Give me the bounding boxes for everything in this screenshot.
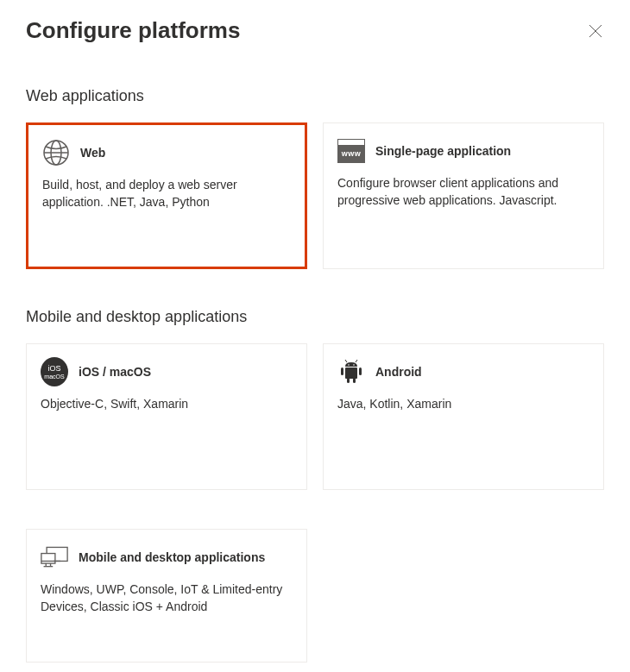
card-title: iOS / macOS — [79, 365, 151, 379]
svg-line-11 — [356, 360, 357, 362]
card-title: Single-page application — [375, 144, 511, 158]
ios-macos-icon: iOS macOS — [41, 358, 68, 386]
mobile-card-grid: iOS macOS iOS / macOS Objective-C, Swift… — [26, 343, 604, 490]
close-button[interactable] — [587, 22, 604, 40]
card-description: Configure browser client applications an… — [337, 175, 589, 209]
card-header: Android — [337, 358, 589, 386]
platform-card-ios[interactable]: iOS macOS iOS / macOS Objective-C, Swift… — [26, 343, 307, 490]
card-header: iOS macOS iOS / macOS — [41, 358, 293, 386]
svg-rect-9 — [353, 378, 356, 383]
desktop-icon — [41, 543, 68, 571]
card-header: www Single-page application — [337, 137, 589, 165]
card-description: Build, host, and deploy a web server app… — [42, 177, 291, 210]
card-header: Mobile and desktop applications — [41, 543, 293, 571]
svg-rect-7 — [359, 367, 362, 375]
empty-cell — [323, 529, 604, 663]
mobile-card-grid-2: Mobile and desktop applications Windows,… — [26, 529, 604, 663]
close-icon — [589, 24, 602, 38]
platform-card-spa[interactable]: www Single-page application Configure br… — [323, 122, 604, 269]
svg-rect-8 — [347, 378, 350, 383]
android-icon — [337, 358, 365, 386]
platform-card-android[interactable]: Android Java, Kotlin, Xamarin — [323, 343, 604, 490]
card-description: Objective-C, Swift, Xamarin — [41, 396, 293, 413]
platform-card-web[interactable]: Web Build, host, and deploy a web server… — [26, 122, 307, 269]
globe-icon — [42, 139, 70, 166]
mobile-section-header: Mobile and desktop applications — [26, 308, 604, 326]
card-description: Java, Kotlin, Xamarin — [337, 396, 589, 413]
svg-rect-6 — [341, 367, 343, 375]
card-title: Web — [80, 146, 105, 160]
svg-point-13 — [353, 364, 355, 366]
page-title: Configure platforms — [26, 17, 240, 44]
svg-point-12 — [348, 364, 350, 366]
web-section-header: Web applications — [26, 87, 604, 105]
card-description: Windows, UWP, Console, IoT & Limited-ent… — [41, 581, 293, 615]
card-title: Mobile and desktop applications — [79, 550, 265, 564]
svg-rect-5 — [345, 367, 357, 379]
panel-header: Configure platforms — [26, 17, 604, 44]
card-title: Android — [375, 365, 422, 379]
web-card-grid: Web Build, host, and deploy a web server… — [26, 122, 604, 269]
svg-line-10 — [345, 360, 347, 362]
platform-card-desktop[interactable]: Mobile and desktop applications Windows,… — [26, 529, 307, 663]
svg-rect-15 — [41, 554, 55, 564]
www-icon: www — [337, 137, 365, 165]
card-header: Web — [42, 139, 291, 166]
